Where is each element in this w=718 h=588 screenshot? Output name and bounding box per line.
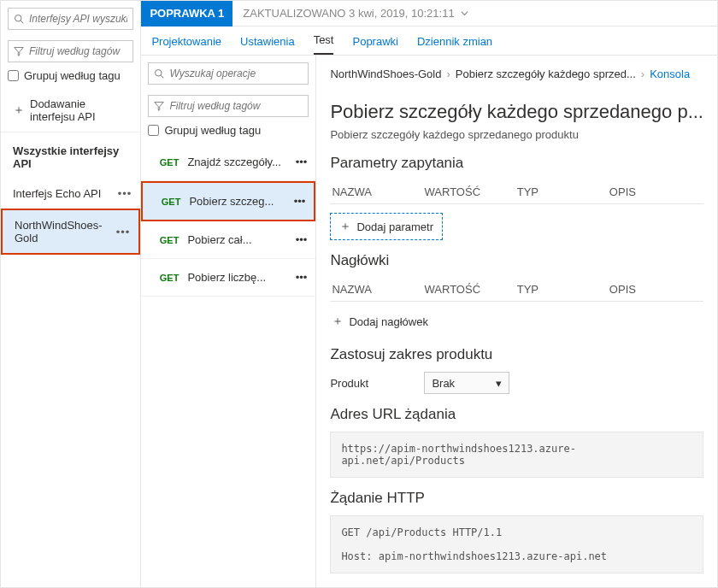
api-list: Interfejs Echo API•••NorthWindShoes-Gold… xyxy=(1,179,140,255)
op-group-checkbox[interactable] xyxy=(148,125,159,136)
product-select[interactable]: Brak ▾ xyxy=(424,372,509,394)
add-api-label: Dodawanie interfejsu API xyxy=(30,97,128,123)
http-request-heading: Żądanie HTTP xyxy=(330,490,703,507)
api-name: Interfejs Echo API xyxy=(13,187,101,200)
filter-icon xyxy=(154,101,164,111)
more-icon[interactable]: ••• xyxy=(296,271,308,284)
chevron-down-icon xyxy=(460,9,469,18)
svg-point-0 xyxy=(15,15,22,22)
api-search[interactable] xyxy=(8,8,133,30)
tab-bar: ProjektowanieUstawieniaTestPoprawkiDzien… xyxy=(141,26,717,56)
operation-name: Znajdź szczegóły... xyxy=(187,156,281,168)
headers-table-head: NAZWAWARTOŚĆTYPOPIS xyxy=(330,278,703,302)
query-params-heading: Parametry zapytania xyxy=(330,155,703,172)
svg-line-1 xyxy=(21,21,23,23)
operations-list: GETZnajdź szczegóły...•••GETPobierz szcz… xyxy=(141,144,315,297)
tab-projektowanie[interactable]: Projektowanie xyxy=(151,35,221,55)
api-row[interactable]: Interfejs Echo API••• xyxy=(1,179,140,209)
tab-dziennik zmian[interactable]: Dziennik zmian xyxy=(417,35,492,55)
api-search-input[interactable] xyxy=(29,13,127,25)
crumb-api[interactable]: NorthWindShoes-Gold xyxy=(330,68,441,80)
http-method: GET xyxy=(146,157,179,168)
tag-filter[interactable] xyxy=(8,40,133,62)
params-table-head: NAZWAWARTOŚĆTYPOPIS xyxy=(330,180,703,204)
svg-line-3 xyxy=(162,75,164,78)
group-checkbox[interactable] xyxy=(8,70,19,81)
op-tag-filter-input[interactable] xyxy=(169,100,303,112)
plus-icon: ＋ xyxy=(13,103,25,118)
more-icon[interactable]: ••• xyxy=(118,187,132,200)
crumb-sep: › xyxy=(446,68,450,80)
add-api-button[interactable]: ＋ Dodawanie interfejsu API xyxy=(1,89,140,132)
revision-badge[interactable]: POPRAWKA 1 xyxy=(141,1,232,26)
operation-row[interactable]: GETPobierz szczeg...••• xyxy=(141,181,315,221)
crumb-op[interactable]: Pobierz szczegóły każdego sprzed... xyxy=(456,68,636,80)
search-icon xyxy=(154,68,164,79)
search-icon xyxy=(14,14,24,24)
headers-heading: Nagłówki xyxy=(330,252,703,269)
request-url: https://apim-northwindshoes1213.azure-ap… xyxy=(330,432,703,478)
operation-title: Pobierz szczegóły każdego sprzedanego p.… xyxy=(330,101,703,123)
plus-icon: ＋ xyxy=(332,314,344,329)
api-name: NorthWindShoes-Gold xyxy=(15,219,116,244)
test-console: NorthWindShoes-Gold › Pobierz szczegóły … xyxy=(316,56,717,587)
operations-panel: Grupuj według tagu GETZnajdź szczegóły..… xyxy=(141,56,316,587)
api-sidebar: Grupuj według tagu ＋ Dodawanie interfejs… xyxy=(1,1,141,587)
more-icon[interactable]: ••• xyxy=(296,233,308,246)
more-icon[interactable]: ••• xyxy=(294,195,306,208)
all-apis-heading: Wszystkie interfejsy API xyxy=(1,132,140,179)
more-icon[interactable]: ••• xyxy=(296,156,308,168)
revision-updated[interactable]: ZAKTUALIZOWANO 3 kwi, 2019, 10:21:11 xyxy=(243,7,468,20)
add-header-button[interactable]: ＋ Dodaj nagłówek xyxy=(330,309,430,334)
crumb-console[interactable]: Konsola xyxy=(650,68,690,80)
op-group-label: Grupuj według tagu xyxy=(164,124,261,137)
filter-icon xyxy=(14,46,24,56)
plus-icon: ＋ xyxy=(339,219,351,234)
op-group-by-tag[interactable]: Grupuj według tagu xyxy=(148,124,309,137)
group-by-tag[interactable]: Grupuj według tagu xyxy=(8,69,133,82)
http-request: GET /api/Products HTTP/1.1 Host: apim-no… xyxy=(330,515,703,573)
operation-row[interactable]: GETPobierz liczbę...••• xyxy=(141,259,315,297)
request-url-heading: Adres URL żądania xyxy=(330,406,703,423)
group-label: Grupuj według tagu xyxy=(24,69,121,82)
add-param-button[interactable]: ＋ Dodaj parametr xyxy=(330,213,443,240)
chevron-down-icon: ▾ xyxy=(496,377,502,390)
revision-strip: POPRAWKA 1 ZAKTUALIZOWANO 3 kwi, 2019, 1… xyxy=(141,1,717,26)
operation-name: Pobierz cał... xyxy=(187,233,251,246)
tab-ustawienia[interactable]: Ustawienia xyxy=(240,35,295,55)
http-method: GET xyxy=(146,273,179,283)
tag-filter-input[interactable] xyxy=(29,45,127,57)
http-method: GET xyxy=(146,235,179,245)
more-icon[interactable]: ••• xyxy=(116,226,131,238)
tab-test[interactable]: Test xyxy=(314,33,334,55)
operation-name: Pobierz szczeg... xyxy=(189,195,274,208)
product-scope-heading: Zastosuj zakres produktu xyxy=(330,346,703,363)
op-search-input[interactable] xyxy=(169,68,303,79)
product-label: Produkt xyxy=(330,377,424,390)
operation-name: Pobierz liczbę... xyxy=(187,271,266,284)
tab-poprawki[interactable]: Poprawki xyxy=(352,35,397,55)
http-method: GET xyxy=(148,197,180,207)
crumb-sep: › xyxy=(641,68,644,80)
operation-row[interactable]: GETPobierz cał...••• xyxy=(141,221,315,259)
breadcrumb: NorthWindShoes-Gold › Pobierz szczegóły … xyxy=(316,56,717,92)
op-tag-filter[interactable] xyxy=(148,95,309,117)
op-search[interactable] xyxy=(148,62,309,85)
svg-point-2 xyxy=(156,70,162,77)
api-row[interactable]: NorthWindShoes-Gold••• xyxy=(1,209,140,255)
operation-row[interactable]: GETZnajdź szczegóły...••• xyxy=(141,144,315,181)
operation-desc: Pobierz szczegóły każdego sprzedanego pr… xyxy=(330,128,703,141)
